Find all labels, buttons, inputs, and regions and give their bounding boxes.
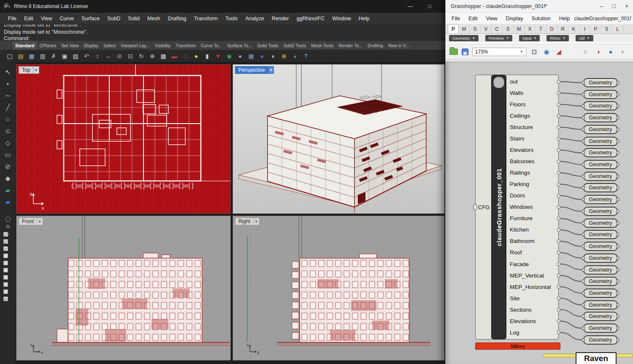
- component-tab[interactable]: V: [481, 25, 492, 33]
- output-param[interactable]: Floors: [506, 99, 558, 110]
- output-connector[interactable]: [557, 91, 560, 95]
- geometry-input-connector[interactable]: [582, 151, 585, 154]
- output-param[interactable]: Elevations: [506, 316, 558, 326]
- viewport-label-front[interactable]: Front ▾: [19, 218, 43, 225]
- component-tab[interactable]: P: [448, 24, 459, 33]
- toolbar-tab[interactable]: Surface To...: [225, 41, 254, 50]
- osnap-circle-icon[interactable]: ◯: [5, 216, 11, 222]
- menu-item[interactable]: Render: [268, 16, 293, 22]
- toolbar-tab[interactable]: SubD Tools: [281, 41, 309, 50]
- minimize-button[interactable]: –: [595, 0, 608, 12]
- geometry-param-component[interactable]: Geometry: [583, 207, 618, 216]
- layer-checkbox[interactable]: ✓: [3, 297, 8, 301]
- output-connector[interactable]: [557, 194, 560, 197]
- component-tab[interactable]: M: [459, 25, 470, 33]
- menu-item[interactable]: File: [447, 16, 464, 22]
- geometry-param-component[interactable]: Geometry: [583, 160, 618, 169]
- output-param[interactable]: MEP_Vertical: [506, 270, 558, 281]
- output-connector[interactable]: [557, 137, 560, 140]
- geometry-param-component[interactable]: Geometry: [583, 113, 618, 122]
- menu-item[interactable]: Help: [555, 16, 574, 22]
- menu-item[interactable]: File: [4, 16, 20, 22]
- settings-gear-icon[interactable]: ⊛: [5, 224, 10, 229]
- menu-item[interactable]: Help: [355, 16, 373, 22]
- move-icon[interactable]: ↔: [104, 51, 113, 61]
- wireframe-sphere-icon[interactable]: ○: [581, 48, 590, 56]
- toolbar-tab[interactable]: Visibility: [152, 41, 173, 50]
- viewport-top[interactable]: y x Top ▾: [16, 64, 231, 214]
- viewport-menu-caret[interactable]: ▾: [254, 218, 260, 225]
- geometry-input-connector[interactable]: [582, 140, 585, 143]
- geometry-param-component[interactable]: Geometry: [583, 300, 618, 310]
- layer-checkbox[interactable]: [3, 289, 8, 294]
- geometry-input-connector[interactable]: [582, 93, 585, 96]
- copy-icon[interactable]: ▣: [60, 51, 69, 61]
- geometry-output-connector[interactable]: [616, 315, 619, 318]
- output-param[interactable]: Facade: [506, 259, 558, 270]
- viewport-label-right[interactable]: Right ▾: [235, 218, 260, 225]
- geometry-input-connector[interactable]: [582, 338, 585, 342]
- viewport-label-perspective[interactable]: Perspective ▾: [235, 66, 274, 74]
- menu-item[interactable]: View: [37, 16, 56, 22]
- geometry-input-connector[interactable]: [582, 104, 585, 108]
- geometry-output-connector[interactable]: [616, 140, 619, 143]
- geometry-output-connector[interactable]: [616, 93, 619, 96]
- menu-item[interactable]: Tools: [222, 16, 241, 22]
- geometry-input-connector[interactable]: [582, 221, 585, 225]
- viewport-perspective[interactable]: Perspective ▾: [233, 64, 445, 214]
- geometry-param-component[interactable]: Geometry: [583, 242, 618, 251]
- geometry-param-component[interactable]: Geometry: [583, 277, 618, 286]
- geometry-output-connector[interactable]: [616, 151, 619, 154]
- toolbar-tab[interactable]: Curve To...: [198, 41, 225, 50]
- output-param[interactable]: Stairs: [506, 133, 558, 144]
- menu-item[interactable]: Curve: [56, 16, 78, 22]
- component-tab[interactable]: L: [612, 25, 623, 33]
- geometry-output-connector[interactable]: [616, 221, 619, 225]
- trim-icon[interactable]: ⊘: [3, 162, 13, 171]
- layer-checkbox[interactable]: [3, 275, 8, 280]
- cut-icon[interactable]: ✗: [49, 51, 58, 61]
- geometry-param-component[interactable]: Geometry: [583, 148, 618, 157]
- claude-grasshopper-component[interactable]: CFG claudeGrasshopper_001 out: [475, 75, 559, 340]
- geometry-param-component[interactable]: Geometry: [583, 183, 618, 192]
- close-button[interactable]: ×: [620, 0, 633, 12]
- zoom-icon[interactable]: ⊙: [115, 51, 124, 61]
- menu-item[interactable]: Window: [328, 16, 354, 22]
- toolbar-tab[interactable]: New in V...: [386, 41, 412, 50]
- half-sphere-icon[interactable]: ◐: [619, 48, 628, 56]
- output-connector[interactable]: [557, 319, 560, 323]
- layer-checkbox[interactable]: ✓: [3, 239, 8, 244]
- geometry-output-connector[interactable]: [616, 81, 619, 84]
- curve-icon[interactable]: ∼: [3, 91, 13, 100]
- menu-item[interactable]: Transform: [190, 16, 222, 22]
- output-connector[interactable]: [557, 205, 560, 209]
- geometry-output-connector[interactable]: [616, 116, 619, 119]
- output-connector[interactable]: [557, 102, 560, 106]
- arc-icon[interactable]: ⊂: [3, 127, 13, 135]
- output-param[interactable]: Parking: [506, 179, 558, 189]
- print-icon[interactable]: ▥: [38, 51, 47, 61]
- geometry-output-connector[interactable]: [616, 280, 619, 283]
- viewport-menu-caret[interactable]: ▾: [37, 218, 43, 225]
- command-prompt[interactable]: Command:: [4, 35, 445, 41]
- paste-icon[interactable]: ▨: [71, 51, 80, 61]
- toolbar-tab[interactable]: Set View: [59, 41, 81, 50]
- polygon-icon[interactable]: ◆: [3, 174, 13, 183]
- menu-item[interactable]: Display: [502, 16, 528, 22]
- geometry-input-connector[interactable]: [582, 116, 585, 119]
- output-connector[interactable]: [557, 125, 560, 129]
- layer-checkbox[interactable]: [3, 282, 8, 287]
- category-dropdown[interactable]: Geometry▼: [449, 35, 479, 41]
- viewport-menu-caret[interactable]: ▾: [33, 66, 39, 74]
- geometry-param-component[interactable]: Geometry: [583, 218, 618, 228]
- menu-item[interactable]: Edit: [20, 16, 37, 22]
- component-tab[interactable]: S: [470, 25, 481, 33]
- raven-group-label[interactable]: Raven: [576, 352, 617, 364]
- toolbar-tab[interactable]: Transform: [173, 41, 198, 50]
- render-sphere-icon[interactable]: ●: [606, 48, 615, 56]
- viewport-label-top[interactable]: Top ▾: [19, 66, 39, 74]
- menu-item[interactable]: Surface: [78, 16, 103, 22]
- surface-tool-icon[interactable]: ▰: [3, 186, 13, 194]
- geometry-input-connector[interactable]: [582, 210, 585, 213]
- geometry-input-connector[interactable]: [582, 81, 585, 84]
